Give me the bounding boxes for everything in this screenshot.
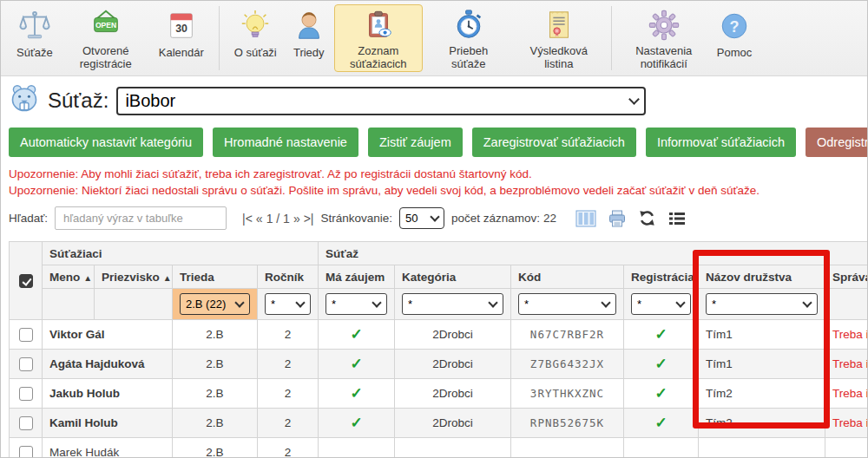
- interest-check-icon: ✓: [319, 409, 395, 438]
- pagination: |< « 1 / 1 » >|: [242, 212, 313, 226]
- warning-message-not-sent: Upozornenie: Niektorí žiaci nedostali sp…: [9, 182, 859, 199]
- toolbar-separator: [611, 6, 612, 70]
- toolbar-item-label: Otvorené registrácie: [69, 44, 143, 71]
- registration-check-icon: ✓: [624, 379, 699, 409]
- contest-select[interactable]: iBobor: [116, 87, 646, 115]
- warning-registration: Upozornenie: Aby mohli žiaci súťažiť, tr…: [9, 166, 859, 182]
- toolbar-item-priebeh-sutaze[interactable]: Priebeh súťaže: [424, 4, 513, 72]
- trieda-filter-select[interactable]: 2.B (22): [180, 293, 250, 315]
- toolbar-item-o-sutazi[interactable]: O súťaži: [227, 4, 284, 72]
- toolbar-item-label: O súťaži: [234, 46, 277, 59]
- prev-page-button[interactable]: «: [256, 212, 263, 226]
- column-header-priezvisko[interactable]: Priezvisko▲: [95, 265, 173, 289]
- cell-kategoria: 2Drobci: [395, 320, 511, 350]
- nazov-druzstva-filter-select[interactable]: *: [706, 293, 818, 315]
- toolbar-item-kalendar[interactable]: 30 Kalendár: [152, 4, 211, 72]
- refresh-icon[interactable]: [638, 209, 656, 227]
- bulk-settings-button[interactable]: Hromadné nastavenie: [213, 128, 358, 157]
- toolbar-item-label: Pomoc: [717, 46, 752, 59]
- registracia-filter-select[interactable]: *: [631, 293, 691, 315]
- row-checkbox[interactable]: [19, 446, 33, 458]
- cell-name: Agáta Hajduková: [43, 350, 173, 379]
- gear-icon: [648, 9, 681, 42]
- search-label: Hľadať:: [9, 212, 48, 225]
- column-header-trieda[interactable]: Trieda: [173, 265, 258, 289]
- register-competitors-button[interactable]: Zaregistrovať súťažiacich: [472, 128, 636, 157]
- svg-text:?: ?: [729, 18, 739, 36]
- next-page-button[interactable]: »: [293, 212, 300, 226]
- column-header-kod[interactable]: Kód: [511, 265, 624, 289]
- table-row: Viktor Gál 2.B 2 ✓ 2Drobci N67C7RBF2R ✓ …: [10, 320, 868, 350]
- sort-asc-icon[interactable]: ▲: [163, 273, 172, 283]
- sort-asc-icon[interactable]: ▲: [83, 273, 92, 283]
- column-header-meno[interactable]: Meno▲: [43, 265, 95, 289]
- column-header-rocnik[interactable]: Ročník: [258, 265, 319, 289]
- stopwatch-icon: [452, 9, 485, 42]
- cell-kategoria: 2Drobci: [395, 350, 511, 379]
- last-page-button[interactable]: >|: [304, 212, 314, 226]
- cell-trieda: 2.B: [173, 379, 258, 409]
- cell-sprava: Treba i: [825, 320, 868, 350]
- column-header-kategoria[interactable]: Kategória: [395, 265, 511, 289]
- column-header-ma-zaujem[interactable]: Má záujem: [319, 265, 395, 289]
- row-checkbox[interactable]: [19, 357, 33, 371]
- row-checkbox[interactable]: [19, 328, 33, 342]
- cell-rocnik: 2: [258, 320, 319, 350]
- toolbar-item-label: Zoznam súťažiacich: [341, 44, 416, 71]
- column-header-sprava[interactable]: Správa: [825, 265, 868, 289]
- cell-sprava: Treba i: [825, 350, 868, 379]
- cell-sprava: [825, 438, 868, 458]
- ma-zaujem-filter-select[interactable]: *: [326, 293, 387, 315]
- page-size-select[interactable]: 50: [399, 207, 444, 229]
- group-header-contest: Súťaž: [319, 242, 868, 265]
- cell-kod: [511, 438, 624, 458]
- toolbar-item-zoznam-sutaziacich[interactable]: Zoznam súťažiacich: [334, 4, 423, 72]
- toolbar-item-sutaze[interactable]: Súťaže: [10, 4, 60, 72]
- rocnik-filter-select[interactable]: *: [265, 293, 311, 315]
- filter-meno-empty: [43, 289, 95, 320]
- columns-icon[interactable]: [575, 209, 596, 228]
- print-icon[interactable]: [608, 209, 627, 228]
- cell-name: Viktor Gál: [43, 320, 173, 350]
- toolbar-item-label: Nastavenia notifikácií: [627, 44, 701, 71]
- list-view-icon[interactable]: [667, 210, 687, 227]
- cell-name: Jakub Holub: [43, 379, 173, 409]
- row-checkbox[interactable]: [19, 416, 33, 430]
- toolbar-item-pomoc[interactable]: ? Pomoc: [710, 4, 759, 72]
- toolbar-item-triedy[interactable]: Triedy: [286, 4, 332, 72]
- auto-set-category-button[interactable]: Automaticky nastaviť kategóriu: [9, 128, 203, 157]
- toolbar-separator: [219, 6, 220, 70]
- check-interest-button[interactable]: Zistiť záujem: [368, 128, 463, 157]
- row-checkbox[interactable]: [19, 387, 33, 401]
- cell-druzstvo: Tím1: [699, 350, 825, 379]
- clipboard-eye-icon: [362, 9, 395, 42]
- cell-rocnik: 2: [258, 350, 319, 379]
- competitors-table: Súťažiaci Súťaž Meno▲ Priezvisko▲ Trieda…: [9, 241, 868, 458]
- kod-filter-select[interactable]: *: [518, 293, 616, 315]
- column-header-nazov-druzstva[interactable]: Názov družstva: [699, 265, 825, 289]
- unregister-competitors-button[interactable]: Odregistrovať súťažiacich: [806, 128, 868, 157]
- cell-druzstvo: [699, 438, 825, 458]
- toolbar-item-label: Priebeh súťaže: [431, 44, 506, 71]
- contest-label: Súťaž:: [48, 88, 108, 113]
- question-icon: ?: [718, 9, 751, 43]
- filter-priezvisko-empty: [95, 289, 173, 320]
- toolbar-item-otvorene-registracie[interactable]: OPEN Otvorené registrácie: [62, 4, 150, 72]
- kategoria-filter-select[interactable]: *: [402, 293, 503, 315]
- select-all-checkbox[interactable]: [19, 274, 33, 288]
- first-page-button[interactable]: |<: [242, 212, 253, 226]
- cell-trieda: 2.B: [173, 350, 258, 379]
- cell-sprava: Treba i: [825, 409, 868, 438]
- certificate-icon: [542, 9, 575, 42]
- cell-rocnik: 2: [258, 379, 319, 409]
- svg-text:OPEN: OPEN: [95, 21, 116, 29]
- inform-competitors-button[interactable]: Informovať súťažiacich: [646, 128, 796, 157]
- search-input[interactable]: [55, 206, 227, 230]
- action-buttons-row: Automaticky nastaviť kategóriu Hromadné …: [0, 123, 868, 163]
- toolbar-item-nastavenia-notifikacii[interactable]: Nastavenia notifikácií: [620, 4, 708, 72]
- records-count: 22: [543, 212, 556, 225]
- column-header-registracia[interactable]: Registrácia: [624, 265, 699, 289]
- toolbar-item-vysledkova-listina[interactable]: Výsledková listina: [515, 4, 603, 72]
- top-toolbar: Súťaže OPEN Otvorené registrácie 30 Kale…: [0, 0, 868, 76]
- cell-kod: RPNB52675K: [511, 409, 624, 438]
